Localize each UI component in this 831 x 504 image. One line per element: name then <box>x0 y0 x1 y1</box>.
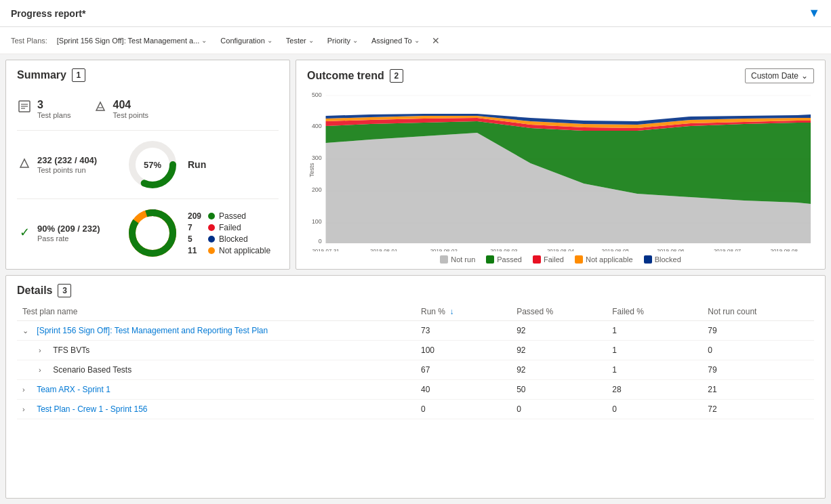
custom-date-button[interactable]: Custom Date ⌄ <box>745 68 814 83</box>
svg-text:2019-08-03: 2019-08-03 <box>490 248 518 251</box>
row-passed-pct: 0 <box>511 400 607 419</box>
plan-name-text[interactable]: [Sprint 156 Sign Off]: Test Management a… <box>37 326 268 335</box>
blocked-dot <box>208 236 215 243</box>
filter-assigned-to[interactable]: Assigned To ⌄ <box>367 35 424 46</box>
col-failed-pct: Failed % <box>607 303 702 321</box>
row-run-pct: 100 <box>416 341 511 360</box>
row-run-pct: 67 <box>416 360 511 380</box>
col-passed-pct: Passed % <box>511 303 607 321</box>
filter-assigned-to-value: Assigned To <box>371 37 412 45</box>
filter-tester[interactable]: Tester ⌄ <box>282 35 318 46</box>
svg-text:2019-08-02: 2019-08-02 <box>430 248 458 251</box>
filter-configuration[interactable]: Configuration ⌄ <box>216 35 276 46</box>
pass-rate-icon: ✓ <box>17 225 32 240</box>
summary-header: Summary 1 <box>17 68 279 82</box>
row-plan-name: › Team ARX - Sprint 1 <box>17 380 416 400</box>
expand-icon[interactable]: › <box>39 346 48 354</box>
legend-not-applicable: Not applicable <box>575 255 633 264</box>
summary-number: 1 <box>72 68 85 82</box>
svg-text:0: 0 <box>319 238 322 245</box>
row-passed-pct: 92 <box>511 321 607 341</box>
legend-not-run-label: Not run <box>451 255 475 264</box>
sort-arrow-icon: ↓ <box>449 307 453 316</box>
not-applicable-dot <box>208 247 215 254</box>
chart-header: Outcome trend 2 Custom Date ⌄ <box>307 68 814 83</box>
plan-name-text: Scenario Based Tests <box>53 365 131 375</box>
not-applicable-count: 11 <box>188 246 204 255</box>
legend-blocked-box <box>644 255 652 264</box>
expand-icon[interactable]: › <box>39 366 48 374</box>
passed-count: 209 <box>188 211 204 221</box>
pass-rate-value: 90% (209 / 232) <box>37 224 100 234</box>
main-content: Summary 1 3 Test plans <box>0 54 831 504</box>
col-not-run-count: Not run count <box>702 303 814 321</box>
filter-test-plans-value: [Sprint 156 Sign Off]: Test Management a… <box>57 37 200 45</box>
svg-text:2019-08-07: 2019-08-07 <box>714 248 741 251</box>
not-applicable-legend-item: 11 Not applicable <box>188 246 270 255</box>
legend-not-run-box <box>440 255 448 264</box>
outcome-trend-number: 2 <box>390 69 403 83</box>
passed-label: Passed <box>219 211 246 221</box>
run-donut: 57% <box>125 138 180 192</box>
custom-date-label: Custom Date <box>751 71 798 81</box>
details-title: Details <box>17 285 52 297</box>
row-failed-pct: 28 <box>607 380 702 400</box>
row-not-run-count: 0 <box>702 341 814 360</box>
test-points-run-count: 232 (232 / 404) <box>37 155 97 166</box>
plan-name-text[interactable]: Test Plan - Crew 1 - Sprint 156 <box>37 404 147 414</box>
summary-title: Summary <box>17 69 66 81</box>
configuration-chevron-icon: ⌄ <box>267 37 272 44</box>
col-run-pct[interactable]: Run % ↓ <box>416 303 511 321</box>
details-panel: Details 3 Test plan name Run % ↓ Passed … <box>5 275 826 499</box>
test-plans-label: Test plans <box>37 111 71 119</box>
run-percent-label: 57% <box>144 160 161 170</box>
run-text-label: Run <box>188 159 206 170</box>
tester-chevron-icon: ⌄ <box>308 37 314 44</box>
table-row: › Test Plan - Crew 1 - Sprint 156 0 0 0 … <box>17 400 814 419</box>
details-table: Test plan name Run % ↓ Passed % Failed %… <box>17 303 814 419</box>
legend-blocked: Blocked <box>644 255 681 264</box>
passed-dot <box>208 213 215 219</box>
legend-failed-label: Failed <box>544 255 564 264</box>
row-passed-pct: 92 <box>511 360 607 380</box>
filter-close-button[interactable]: ✕ <box>429 34 443 47</box>
svg-text:2019-08-08: 2019-08-08 <box>771 248 798 251</box>
filter-test-plans[interactable]: [Sprint 156 Sign Off]: Test Management a… <box>53 35 211 46</box>
test-points-run-label: Test points run <box>37 166 97 174</box>
row-not-run-count: 79 <box>702 321 814 341</box>
chart-legend: Not run Passed Failed Not applicable Blo… <box>307 255 814 264</box>
test-plans-stat: 3 Test plans <box>17 93 71 125</box>
chart-area: 500 400 300 200 100 0 Tests <box>307 89 814 251</box>
failed-count: 7 <box>188 223 204 232</box>
filter-priority[interactable]: Priority ⌄ <box>323 35 362 46</box>
expand-icon[interactable]: › <box>22 385 32 394</box>
filter-tester-value: Tester <box>286 37 306 45</box>
details-number: 3 <box>58 284 71 297</box>
svg-text:200: 200 <box>312 186 322 193</box>
failed-label: Failed <box>219 223 241 232</box>
expand-icon[interactable]: ⌄ <box>22 327 32 335</box>
row-plan-name: › Scenario Based Tests <box>17 360 416 380</box>
legend-not-run: Not run <box>440 255 475 264</box>
svg-text:500: 500 <box>312 91 322 98</box>
app-header: Progress report* ▼ <box>0 0 831 27</box>
plan-name-text: TFS BVTs <box>53 345 89 355</box>
legend-failed: Failed <box>533 255 564 264</box>
plan-name-text[interactable]: Team ARX - Sprint 1 <box>37 385 110 394</box>
row-passed-pct: 50 <box>511 380 607 400</box>
trend-chart-svg: 500 400 300 200 100 0 Tests <box>307 89 814 251</box>
test-plans-chevron-icon: ⌄ <box>201 37 207 44</box>
row-run-pct: 0 <box>416 400 511 419</box>
pass-rate-stat: ✓ 90% (209 / 232) Pass rate <box>17 218 112 248</box>
row-not-run-count: 72 <box>702 400 814 419</box>
svg-text:400: 400 <box>312 123 322 129</box>
test-plans-count: 3 <box>37 98 71 111</box>
outcome-trend-header: Outcome trend 2 <box>307 69 403 83</box>
custom-date-chevron-icon: ⌄ <box>801 71 808 81</box>
pass-legend: 209 Passed 7 Failed 5 Blocked <box>188 211 270 255</box>
filter-icon[interactable]: ▼ <box>808 6 820 20</box>
row-plan-name: › TFS BVTs <box>17 341 416 360</box>
table-row: › Scenario Based Tests 67 92 1 79 <box>17 360 814 380</box>
blocked-count: 5 <box>188 234 204 244</box>
expand-icon[interactable]: › <box>22 405 32 413</box>
